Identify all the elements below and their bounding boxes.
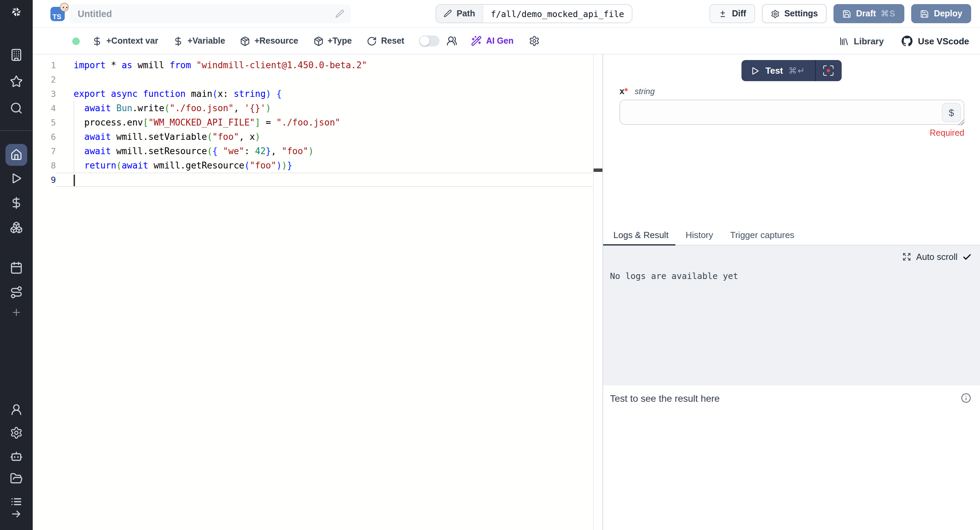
line-number: 9 — [33, 172, 56, 187]
code-line[interactable]: 3export async function main(x: string) { — [33, 87, 603, 101]
sidebar-item-folders[interactable] — [10, 472, 23, 485]
tab-logs-result[interactable]: Logs & Result — [603, 225, 675, 245]
ai-gen-button[interactable]: AI Gen — [486, 36, 514, 46]
expand-logs-icon[interactable] — [903, 252, 912, 261]
add-resource-button[interactable]: +Resource — [240, 36, 299, 46]
edit-path-icon — [444, 10, 452, 18]
code-line[interactable]: 1import * as wmill from "windmill-client… — [33, 58, 603, 72]
code-text: process.env["WM_MOCKED_API_FILE"] = "./f… — [56, 115, 603, 129]
settings-button[interactable]: Settings — [762, 4, 827, 23]
header-actions: Diff Settings Draft ⌘S Deploy — [710, 4, 971, 23]
sidebar-item-workers[interactable] — [10, 450, 23, 463]
sidebar-item-user[interactable] — [10, 403, 23, 416]
code-line[interactable]: 6 await wmill.setVariable("foo", x) — [33, 129, 603, 144]
sidebar-item-favorites[interactable] — [10, 75, 23, 88]
sidebar-item-triggers[interactable] — [10, 286, 23, 299]
add-type-button[interactable]: +Type — [313, 36, 352, 46]
code-lines: 1import * as wmill from "windmill-client… — [33, 58, 603, 187]
draft-shortcut: ⌘S — [881, 9, 896, 18]
test-button[interactable]: Test ⌘↵ — [741, 60, 815, 81]
code-editor[interactable]: 1import * as wmill from "windmill-client… — [33, 54, 603, 530]
use-vscode-button[interactable]: Use VScode — [902, 35, 969, 46]
tab-trigger-captures[interactable]: Trigger captures — [720, 225, 801, 245]
code-line[interactable]: 9 — [33, 172, 603, 187]
line-number: 2 — [33, 72, 56, 87]
bun-runtime-icon — [60, 2, 69, 11]
logs-empty-message: No logs are available yet — [603, 262, 980, 281]
required-hint: Required — [619, 128, 964, 138]
gear-icon — [771, 9, 780, 18]
github-icon — [902, 35, 913, 46]
sidebar-item-resources[interactable] — [10, 221, 23, 234]
sidebar-expand-button[interactable] — [11, 508, 22, 520]
library-button[interactable]: Library — [839, 36, 884, 46]
add-variable-button[interactable]: +Variable — [173, 36, 225, 46]
package-icon — [240, 36, 250, 46]
script-title-field[interactable]: Untitled — [70, 4, 351, 23]
resize-handle-icon[interactable] — [958, 120, 964, 126]
indent-guide — [73, 101, 74, 172]
sidebar-item-settings[interactable] — [10, 426, 23, 439]
edit-title-icon[interactable] — [335, 9, 344, 18]
arguments-form: x* string $ Required — [603, 86, 980, 138]
text-cursor — [73, 175, 75, 186]
path-pill[interactable]: Path f/all/demo_mocked_api_file — [436, 4, 632, 23]
play-icon — [750, 66, 760, 75]
sidebar-item-schedules[interactable] — [10, 261, 23, 274]
capture-test-button[interactable] — [816, 60, 842, 81]
auto-scroll-check-icon[interactable] — [962, 252, 972, 262]
library-icon — [839, 36, 849, 46]
rotate-icon — [367, 36, 377, 46]
required-asterisk: * — [624, 86, 628, 96]
sidebar-item-add[interactable] — [11, 307, 22, 318]
code-text: import * as wmill from "windmill-client@… — [56, 58, 603, 72]
script-title: Untitled — [78, 8, 112, 19]
deploy-button[interactable]: Deploy — [912, 4, 971, 23]
arg-type-label: string — [635, 87, 655, 96]
typescript-bun-badge: TS — [51, 6, 65, 21]
test-button-group: Test ⌘↵ — [741, 60, 842, 81]
code-line[interactable]: 8 return(await wmill.getResource("foo"))… — [33, 158, 603, 172]
sidebar-item-home[interactable] — [5, 144, 27, 166]
multiplayer-toggle[interactable] — [419, 35, 439, 46]
home-icon — [10, 149, 22, 161]
main-area: TS Untitled Path f/all/demo_mocked_api_f… — [33, 0, 980, 530]
sidebar-item-audit-logs[interactable] — [11, 496, 22, 508]
dollar-icon — [92, 36, 102, 46]
tab-history[interactable]: History — [675, 225, 720, 245]
overview-ruler[interactable] — [593, 54, 603, 530]
code-text: export async function main(x: string) { — [56, 87, 603, 101]
info-icon[interactable] — [961, 393, 971, 403]
sidebar-divider — [0, 130, 33, 131]
add-context-var-button[interactable]: +Context var — [92, 36, 158, 46]
panel-tabs: Logs & Result History Trigger captures — [603, 225, 980, 246]
code-text — [56, 72, 603, 87]
collaborators-icon[interactable] — [446, 35, 457, 46]
code-line[interactable]: 7 await wmill.setResource({ "we": 42}, "… — [33, 144, 603, 158]
sidebar-item-search[interactable] — [10, 102, 23, 115]
reset-button[interactable]: Reset — [367, 36, 404, 46]
line-number: 3 — [33, 87, 56, 101]
arg-input-x[interactable]: $ — [619, 100, 964, 125]
line-number: 7 — [33, 144, 56, 158]
editor-settings-icon[interactable] — [528, 35, 539, 46]
windmill-logo-icon[interactable] — [10, 5, 23, 18]
save-icon — [920, 9, 929, 18]
ai-gen-wand-icon[interactable] — [471, 35, 482, 46]
logs-panel: Auto scroll No logs are available yet — [603, 246, 980, 385]
status-dot — [72, 37, 80, 45]
windmill-script-editor: TS Untitled Path f/all/demo_mocked_api_f… — [0, 0, 980, 530]
diff-button[interactable]: Diff — [710, 4, 755, 23]
sidebar-item-workspace[interactable] — [10, 48, 23, 61]
line-number: 6 — [33, 129, 56, 144]
sidebar-item-runs[interactable] — [10, 172, 23, 185]
code-text: return(await wmill.getResource("foo"))} — [56, 158, 603, 172]
code-line[interactable]: 2 — [33, 72, 603, 87]
result-panel: Test to see the result here — [603, 385, 980, 530]
line-number: 1 — [33, 58, 56, 72]
code-line[interactable]: 4 await Bun.write("./foo.json", '{}') — [33, 101, 603, 115]
auto-scroll-label[interactable]: Auto scroll — [916, 252, 958, 262]
draft-button[interactable]: Draft ⌘S — [834, 4, 904, 23]
sidebar-item-variables[interactable] — [10, 196, 23, 209]
code-line[interactable]: 5 process.env["WM_MOCKED_API_FILE"] = ".… — [33, 115, 603, 129]
